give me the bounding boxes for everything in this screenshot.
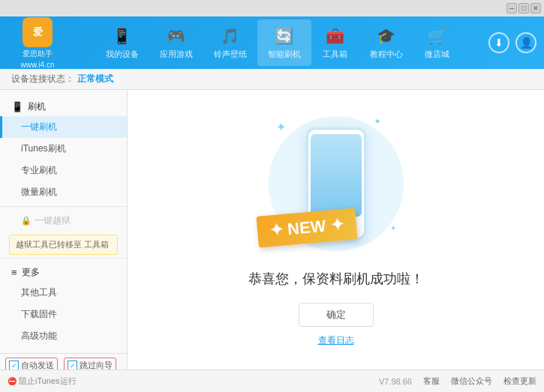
flash-section-label: 刷机 [28,100,46,113]
sidebar-divider-2 [0,258,127,259]
minimize-button[interactable]: ─ [506,3,517,13]
logo-url: www.i4.cn [20,61,54,69]
version-text: V7.98.66 [379,377,412,386]
lock-icon: 🔒 [21,216,32,226]
itunes-flash-label: iTunes刷机 [21,143,66,154]
sidebar-divider-1 [0,206,127,207]
nav-my-device[interactable]: 📱 我的设备 [95,19,149,66]
sparkle-1: ✦ [276,120,286,134]
customer-service-link[interactable]: 客服 [423,376,440,387]
ringtones-icon: 🎵 [220,25,241,46]
sidebar: 📱 刷机 一键刷机 iTunes刷机 专业刷机 微量刷机 🔒 一键越狱 越狱工具… [0,90,128,370]
nav-apps-games[interactable]: 🎮 应用游戏 [149,19,203,66]
confirm-button[interactable]: 确定 [299,303,374,327]
itunes-status: ⛔ 阻止iTunes运行 [0,376,77,387]
nav-toolbox[interactable]: 🧰 工具箱 [311,19,359,66]
status-label: 设备连接状态： [11,73,74,85]
nav-my-device-label: 我的设备 [106,49,139,60]
title-bar: ─ □ ✕ [0,0,544,16]
nav-weidian-label: 微店城 [425,49,449,60]
nav-bar: 📱 我的设备 🎮 应用游戏 🎵 铃声壁纸 🔄 智能刷机 🧰 工具箱 🎓 教程中心… [68,19,488,66]
check-update-link[interactable]: 检查更新 [503,376,536,387]
user-icon[interactable]: 👤 [515,32,536,53]
wechat-link[interactable]: 微信公众号 [451,376,492,387]
status-value: 正常模式 [77,73,113,85]
wizard-checkbox[interactable]: ✓ 跳过向导 [65,358,116,370]
nav-ringtones-label: 铃声壁纸 [214,49,247,60]
stop-icon: ⛔ [8,377,17,385]
logo[interactable]: 爱 爱思助手 www.i4.cn [8,17,68,69]
apps-games-icon: 🎮 [166,25,187,46]
wizard-label: 跳过向导 [80,360,113,370]
my-device-icon: 📱 [112,25,133,46]
sidebar-item-pro-flash[interactable]: 专业刷机 [0,160,127,181]
sparkle-2: ✦ [374,116,381,127]
logo-name: 爱思助手 [23,49,53,59]
bottom-bar: ⛔ 阻止iTunes运行 V7.98.66 客服 微信公众号 检查更新 [0,370,544,392]
sidebar-item-jailbreak: 🔒 一键越狱 [0,210,127,232]
nav-smart-flash[interactable]: 🔄 智能刷机 [257,19,311,66]
nav-ringtones[interactable]: 🎵 铃声壁纸 [203,19,257,66]
nav-tutorials[interactable]: 🎓 教程中心 [359,19,413,66]
nav-smart-flash-label: 智能刷机 [268,49,301,60]
jailbreak-notice: 越狱工具已转移至 工具箱 [9,235,118,255]
nav-toolbox-label: 工具箱 [323,49,347,60]
advanced-label: 高级功能 [21,331,57,341]
logo-icon: 爱 [23,17,53,47]
weidian-icon: 🛒 [427,25,448,46]
header-right: ⬇ 👤 [488,32,536,53]
header: 爱 爱思助手 www.i4.cn 📱 我的设备 🎮 应用游戏 🎵 铃声壁纸 🔄 … [0,16,544,69]
sidebar-more-title: ≡ 更多 [0,262,127,282]
smart-flash-icon: 🔄 [274,25,295,46]
success-message: 恭喜您，保资料刷机成功啦！ [248,270,424,288]
itunes-status-label: 阻止iTunes运行 [19,376,77,387]
content-area: ✦ ✦ ✦ ✦ NEW ✦ 恭喜您，保资料刷机成功啦！ 确定 查看日志 [128,90,544,370]
download-icon[interactable]: ⬇ [488,32,509,53]
jailbreak-label: 一键越狱 [35,214,71,227]
toolbox-icon: 🧰 [325,25,346,46]
sidebar-item-one-click-flash[interactable]: 一键刷机 [0,116,127,138]
tutorials-icon: 🎓 [376,25,397,46]
sidebar-item-other-tools[interactable]: 其他工具 [0,282,127,304]
sidebar-item-advanced[interactable]: 高级功能 [0,325,127,347]
status-bar: 设备连接状态： 正常模式 [0,69,544,90]
download-firmware-label: 下载固件 [21,309,57,319]
sparkle-3: ✦ [390,224,396,232]
auto-send-label: 自动发送 [21,360,54,370]
sidebar-flash-title: 📱 刷机 [0,96,127,116]
one-click-flash-label: 一键刷机 [21,121,57,132]
phone-screen [311,134,362,217]
nav-tutorials-label: 教程中心 [370,49,403,60]
nav-weidian[interactable]: 🛒 微店城 [413,19,461,66]
sidebar-item-restore-flash[interactable]: 微量刷机 [0,181,127,203]
phone-illustration: ✦ ✦ ✦ ✦ NEW ✦ [254,112,419,255]
checkbox-row: ✓ 自动发送 ✓ 跳过向导 [6,358,121,370]
other-tools-label: 其他工具 [21,287,57,298]
pro-flash-label: 专业刷机 [21,165,57,175]
view-log-link[interactable]: 查看日志 [318,334,354,347]
sidebar-item-itunes-flash[interactable]: iTunes刷机 [0,138,127,160]
more-section-icon: ≡ [11,267,17,278]
restore-flash-label: 微量刷机 [21,187,57,197]
auto-send-check[interactable]: ✓ [9,361,19,370]
maximize-button[interactable]: □ [518,3,529,13]
sidebar-item-download-firmware[interactable]: 下载固件 [0,304,127,325]
more-section-label: 更多 [22,266,40,279]
main-layout: 📱 刷机 一键刷机 iTunes刷机 专业刷机 微量刷机 🔒 一键越狱 越狱工具… [0,90,544,370]
wizard-check[interactable]: ✓ [68,361,77,370]
close-button[interactable]: ✕ [530,3,541,13]
nav-apps-games-label: 应用游戏 [160,49,193,60]
bottom-right: V7.98.66 客服 微信公众号 检查更新 [379,376,544,387]
auto-send-checkbox[interactable]: ✓ 自动发送 [6,358,57,370]
flash-section-icon: 📱 [11,101,23,112]
